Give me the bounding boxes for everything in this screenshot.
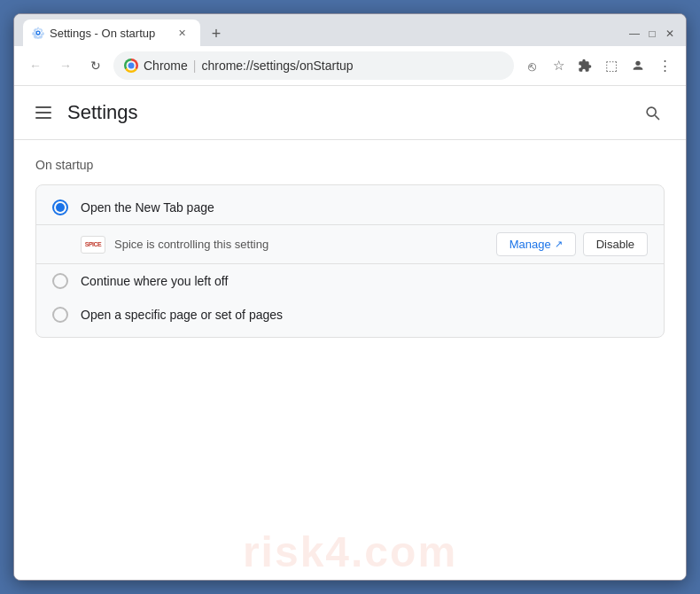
address-text: chrome://settings/onStartup [201, 59, 353, 73]
forward-button[interactable]: → [53, 53, 78, 78]
section-title: On startup [35, 158, 665, 172]
profile-icon[interactable] [626, 53, 650, 78]
navigation-bar: ← → ↻ Chrome | chrome://settings/onStart… [14, 46, 686, 86]
close-button[interactable]: ✕ [663, 27, 677, 41]
active-tab[interactable]: Settings - On startup ✕ [23, 20, 200, 46]
bookmark-icon[interactable]: ☆ [546, 53, 571, 78]
radio-continue[interactable] [52, 273, 68, 289]
sidebar-icon[interactable]: ⬚ [599, 53, 624, 78]
extension-buttons: Manage ↗ Disable [496, 232, 648, 256]
nav-action-icons: ⎋ ☆ ⬚ ⋮ [519, 53, 677, 78]
page-title: Settings [67, 101, 138, 124]
share-icon[interactable]: ⎋ [519, 53, 544, 78]
tab-favicon-icon [32, 27, 44, 39]
chrome-label: Chrome [144, 59, 188, 73]
menu-hamburger-button[interactable] [32, 103, 55, 122]
new-tab-button[interactable]: + [204, 21, 229, 46]
option-specific-page-label: Open a specific page or set of pages [81, 308, 283, 322]
browser-window: Settings - On startup ✕ + — □ ✕ ← → ↻ Ch… [13, 13, 687, 581]
radio-new-tab[interactable] [52, 199, 68, 215]
manage-label: Manage [509, 238, 551, 251]
title-bar: Settings - On startup ✕ + — □ ✕ [14, 14, 686, 46]
settings-title-area: Settings [32, 101, 138, 124]
extension-notice-row: SPICE Spice is controlling this setting … [36, 224, 664, 264]
address-bar[interactable]: Chrome | chrome://settings/onStartup [113, 51, 514, 80]
radio-specific-page[interactable] [52, 307, 68, 323]
extension-notice-text: Spice is controlling this setting [114, 238, 487, 251]
svg-point-0 [635, 61, 640, 66]
maximize-button[interactable]: □ [645, 27, 659, 41]
option-continue-row[interactable]: Continue where you left off [36, 264, 664, 298]
watermark: risk4.com [243, 528, 457, 576]
chrome-logo-icon [124, 59, 138, 73]
spice-icon-text: SPICE [85, 241, 102, 247]
external-link-icon: ↗ [555, 238, 563, 250]
disable-label: Disable [596, 238, 634, 251]
minimize-button[interactable]: — [627, 27, 642, 41]
option-new-tab-label: Open the New Tab page [81, 200, 214, 215]
options-card: Open the New Tab page SPICE Spice is con… [35, 184, 665, 338]
option-specific-page-row[interactable]: Open a specific page or set of pages [36, 298, 664, 332]
tab-close-button[interactable]: ✕ [174, 25, 190, 41]
more-menu-icon[interactable]: ⋮ [652, 53, 677, 78]
reload-button[interactable]: ↻ [83, 53, 108, 78]
back-button[interactable]: ← [23, 53, 48, 78]
window-controls: — □ ✕ [627, 27, 677, 46]
manage-extension-button[interactable]: Manage ↗ [496, 232, 576, 256]
tab-label: Settings - On startup [50, 27, 155, 40]
radio-new-tab-inner [56, 203, 65, 212]
option-new-tab-row[interactable]: Open the New Tab page [36, 191, 664, 224]
settings-header: Settings [14, 86, 686, 140]
watermark-text: risk4.com [243, 528, 457, 575]
search-settings-button[interactable] [636, 97, 668, 129]
extensions-icon[interactable] [572, 53, 597, 78]
option-continue-label: Continue where you left off [81, 274, 228, 288]
disable-extension-button[interactable]: Disable [583, 232, 648, 256]
spice-extension-icon: SPICE [81, 236, 105, 254]
address-divider: | [193, 59, 197, 73]
page-content: Settings On startup Open the New Tab pag… [14, 86, 686, 580]
settings-body: On startup Open the New Tab page SPICE S… [14, 140, 686, 580]
